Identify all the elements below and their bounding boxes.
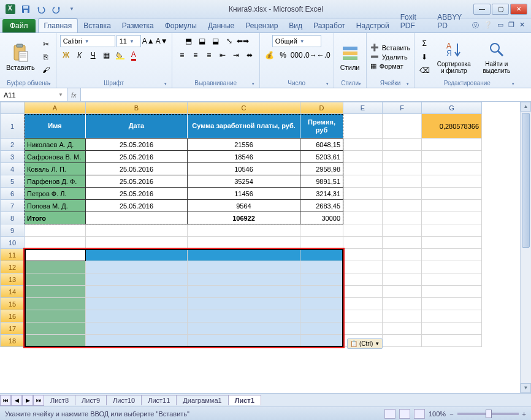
row-header-1[interactable]: 1 (0, 114, 25, 139)
row-header-12[interactable]: 12 (0, 261, 25, 273)
border-button[interactable]: ▦ (101, 49, 113, 61)
tab-nav-first[interactable]: ⏮ (0, 395, 11, 406)
tab-addins[interactable]: Надстрой (351, 19, 395, 32)
undo-button[interactable] (34, 2, 48, 16)
font-color-button[interactable]: A (128, 49, 140, 61)
name-box[interactable]: A11▼ (0, 88, 67, 101)
increase-decimal-icon[interactable]: .0→ (304, 49, 316, 61)
save-button[interactable] (19, 2, 32, 16)
cell-c8[interactable]: 106922 (188, 212, 300, 224)
align-bottom-icon[interactable]: ⬓ (210, 35, 222, 47)
tab-formulas[interactable]: Формулы (159, 19, 202, 32)
wrap-text-button[interactable]: ⬅➡ (237, 35, 249, 47)
align-left-icon[interactable]: ≡ (176, 49, 188, 61)
cell-e1[interactable] (343, 114, 383, 139)
sheet-tab[interactable]: Лист8 (44, 395, 75, 405)
cell-d8[interactable]: 30000 (300, 212, 343, 224)
bold-button[interactable]: Ж (60, 49, 72, 61)
fill-color-button[interactable] (114, 49, 126, 61)
cell-f1[interactable] (383, 114, 422, 139)
tab-abbyy[interactable]: ABBYY PD (432, 10, 472, 32)
row-header-2[interactable]: 2 (0, 139, 25, 151)
view-normal-icon[interactable] (384, 409, 395, 419)
percent-icon[interactable]: % (277, 49, 289, 61)
col-header-a[interactable]: A (25, 102, 86, 114)
delete-button[interactable]: ➖Удалить (370, 53, 411, 61)
tab-view[interactable]: Вид (283, 19, 308, 32)
row-header-9[interactable]: 9 (0, 224, 25, 237)
align-center-icon[interactable]: ≡ (189, 49, 202, 61)
col-header-d[interactable]: D (300, 102, 343, 114)
row-header-11[interactable]: 11 (0, 249, 25, 261)
comma-icon[interactable]: 000 (291, 49, 303, 61)
row-header-10[interactable]: 10 (0, 237, 25, 249)
styles-button[interactable]: Стили (338, 42, 362, 72)
zoom-level[interactable]: 100% (429, 410, 446, 418)
scroll-down-icon[interactable]: ▼ (521, 383, 531, 393)
mdi-minimize-icon[interactable]: ▭ (497, 21, 503, 30)
row-header-13[interactable]: 13 (0, 273, 25, 286)
copy-button[interactable]: ⎘ (40, 51, 52, 63)
fill-button[interactable]: ⬇ (418, 51, 430, 63)
sheet-tab[interactable]: Лист10 (106, 395, 142, 405)
app-icon[interactable] (4, 2, 17, 16)
format-painter-button[interactable]: 🖌 (40, 64, 52, 76)
row-header-5[interactable]: 5 (0, 175, 25, 188)
mdi-restore-icon[interactable]: ❐ (508, 21, 514, 30)
row-header-15[interactable]: 15 (0, 298, 25, 310)
paste-options-button[interactable]: 📋 (Ctrl) ▼ (347, 338, 383, 349)
qat-customize-icon[interactable]: ▼ (65, 2, 78, 16)
autosum-button[interactable]: Σ (418, 37, 430, 50)
col-header-f[interactable]: F (383, 102, 422, 114)
increase-font-icon[interactable]: A▲ (142, 35, 155, 47)
tab-nav-prev[interactable]: ◀ (11, 395, 22, 406)
sheet-tab[interactable]: Диаграмма1 (176, 395, 228, 405)
row-header-14[interactable]: 14 (0, 286, 25, 298)
row-header-18[interactable]: 18 (0, 335, 25, 347)
col-header-g[interactable]: G (422, 102, 482, 114)
cell-d2[interactable]: 6048,15 (300, 139, 343, 151)
row-header-16[interactable]: 16 (0, 310, 25, 323)
decrease-font-icon[interactable]: A▼ (156, 35, 168, 47)
cell-b1[interactable]: Дата (86, 114, 188, 139)
cut-button[interactable]: ✂ (40, 38, 52, 50)
font-name-combo[interactable]: Calibri▼ (60, 35, 115, 47)
row-header-8[interactable]: 8 (0, 212, 25, 224)
tab-review[interactable]: Рецензир (240, 19, 283, 32)
file-tab[interactable]: Файл (2, 19, 36, 32)
cell-a8[interactable]: Итого (25, 212, 86, 224)
merge-button[interactable]: ⬌ (243, 49, 256, 61)
sheet-tab[interactable]: Лист11 (141, 395, 177, 405)
row-header-4[interactable]: 4 (0, 163, 25, 175)
fx-icon[interactable]: fx (71, 91, 77, 99)
cell-a2[interactable]: Николаев А. Д. (25, 139, 86, 151)
italic-button[interactable]: К (74, 49, 86, 61)
worksheet[interactable]: A B C D E F G 1 Имя Дата Сумма заработно… (0, 102, 531, 393)
sort-filter-button[interactable]: АЯ Сортировка и фильтр (433, 39, 475, 75)
align-middle-icon[interactable]: ⬓ (196, 35, 208, 47)
col-header-b[interactable]: B (86, 102, 188, 114)
select-all-button[interactable] (0, 102, 25, 114)
find-select-button[interactable]: Найти и выделить (477, 39, 516, 75)
tab-data[interactable]: Данные (202, 19, 240, 32)
scroll-thumb[interactable] (522, 113, 530, 248)
tab-insert[interactable]: Вставка (78, 19, 117, 32)
close-button[interactable]: ✕ (510, 4, 527, 15)
scroll-up-icon[interactable]: ▲ (521, 102, 531, 112)
zoom-slider[interactable] (457, 413, 519, 415)
align-top-icon[interactable]: ⬒ (183, 35, 195, 47)
ribbon-minimize-icon[interactable]: ⓥ (472, 21, 479, 30)
cell-g1[interactable]: 0,280578366 (422, 114, 482, 139)
row-header-3[interactable]: 3 (0, 151, 25, 163)
tab-pagelayout[interactable]: Разметка (117, 19, 159, 32)
row-header-7[interactable]: 7 (0, 200, 25, 212)
clear-button[interactable]: ⌫ (418, 64, 430, 77)
cell-a11-active[interactable] (25, 249, 86, 261)
view-pagelayout-icon[interactable] (399, 409, 410, 419)
tab-foxit[interactable]: Foxit PDF (395, 10, 432, 32)
row-header-17[interactable]: 17 (0, 323, 25, 335)
maximize-button[interactable]: ▢ (492, 4, 509, 15)
font-size-combo[interactable]: 11▼ (117, 35, 141, 47)
col-header-e[interactable]: E (343, 102, 383, 114)
cell-c1[interactable]: Сумма заработной платы, руб. (188, 114, 300, 139)
